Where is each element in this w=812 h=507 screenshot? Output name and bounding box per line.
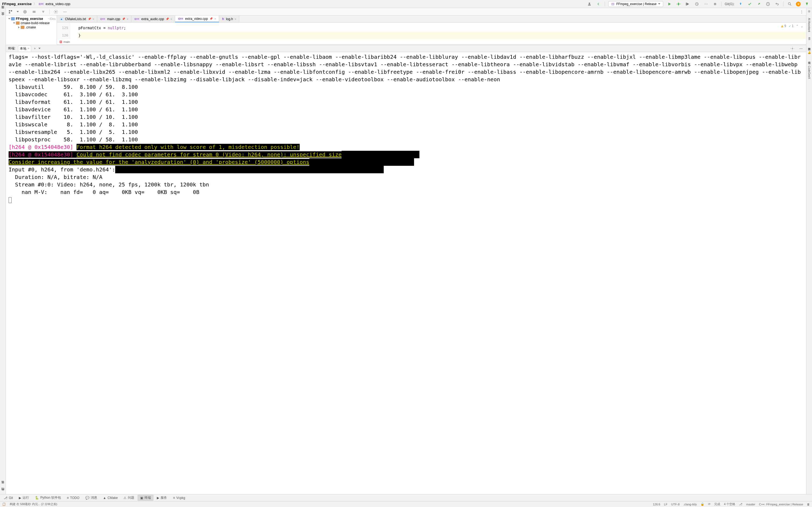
- status-sync-icon[interactable]: ⟳: [708, 502, 711, 506]
- bell-icon[interactable]: 🔔: [808, 51, 811, 54]
- bottom-tab-Python 软件包[interactable]: 🐍Python 软件包: [32, 495, 64, 501]
- editor-tab[interactable]: hlog.h×: [219, 15, 240, 22]
- project-view-icon[interactable]: [7, 9, 13, 15]
- chevron-up-icon[interactable]: ⌃: [797, 24, 798, 28]
- ok-badge[interactable]: 1: [789, 24, 794, 28]
- chevron-down-icon[interactable]: [38, 48, 41, 49]
- run-button[interactable]: [666, 1, 672, 7]
- run-config-dropdown[interactable]: ⬚ FFmpeg_exercise | Release: [608, 1, 663, 7]
- status-line-sep[interactable]: LF: [664, 503, 667, 506]
- tree-item[interactable]: cmake-build-release: [6, 21, 57, 25]
- warning-badge[interactable]: 9: [781, 24, 786, 28]
- status-trash-icon[interactable]: 🗑: [807, 503, 810, 506]
- right-tab-ai[interactable]: AI Assistant: [808, 17, 811, 33]
- left-tab-structure[interactable]: 结构: [1, 492, 5, 494]
- terminal-output[interactable]: flags= --host-ldflags='-Wl,-ld_classic' …: [6, 52, 806, 494]
- pin-icon[interactable]: 📌: [166, 17, 169, 20]
- git-update-icon[interactable]: [738, 1, 744, 7]
- terminal-tab[interactable]: 本地 ×: [18, 46, 31, 52]
- add-terminal-icon[interactable]: +: [34, 47, 36, 50]
- right-tab-notifications[interactable]: 通知: [807, 58, 811, 60]
- bottom-tab-终端[interactable]: ▣终端: [138, 495, 154, 501]
- code-area[interactable]: 125 126 pFormatCtx = nullptr; } 9 1 ⌃ ⌄: [57, 22, 806, 39]
- close-icon[interactable]: ×: [127, 17, 129, 21]
- target-icon[interactable]: [22, 9, 28, 15]
- bottom-tab-服务[interactable]: ▶服务: [154, 495, 170, 501]
- status-position[interactable]: 126:6: [653, 503, 660, 506]
- code-breadcrumb[interactable]: f main: [57, 39, 806, 45]
- crumb-label[interactable]: main: [64, 40, 70, 44]
- status-clipboard-icon[interactable]: 📋: [2, 502, 6, 506]
- status-indent[interactable]: 4 个空格: [724, 502, 735, 506]
- pin-icon[interactable]: 📌: [88, 17, 91, 20]
- jetbrains-ai-icon[interactable]: [804, 1, 810, 7]
- debug-button[interactable]: [675, 1, 681, 7]
- git-push-icon[interactable]: [756, 1, 762, 7]
- inspection-widget[interactable]: 9 1 ⌃ ⌄: [781, 24, 803, 28]
- close-icon[interactable]: ×: [235, 17, 236, 21]
- code-lines[interactable]: pFormatCtx = nullptr; }: [70, 22, 806, 39]
- close-icon[interactable]: ×: [93, 17, 94, 21]
- lock-icon[interactable]: 🔒: [701, 502, 704, 506]
- left-tab-project[interactable]: 项目: [1, 10, 5, 12]
- gear-icon[interactable]: [790, 46, 795, 52]
- bottom-tab-消息[interactable]: 💬消息: [83, 495, 100, 501]
- bottom-tab-Git[interactable]: ⎇Git: [1, 495, 15, 501]
- back-arrow-icon[interactable]: [596, 1, 602, 7]
- editor-tab[interactable]: C++extra_audic.cpp📌×: [131, 15, 175, 22]
- status-encoding[interactable]: UTF-8: [671, 503, 679, 506]
- database-icon[interactable]: 🗄: [808, 37, 811, 40]
- chevron-down-icon[interactable]: [13, 22, 15, 24]
- tree-root[interactable]: FFmpeg_exercise ~/Des: [6, 17, 57, 21]
- project-tree[interactable]: FFmpeg_exercise ~/Des cmake-build-releas…: [6, 15, 57, 45]
- editor-more-icon[interactable]: ⋮: [799, 9, 805, 15]
- git-commit-icon[interactable]: [747, 1, 753, 7]
- code-line[interactable]: }: [79, 32, 806, 39]
- bottom-tab-运行[interactable]: ▶运行: [16, 495, 32, 501]
- expand-icon[interactable]: [31, 9, 37, 15]
- hide-icon[interactable]: —: [62, 9, 68, 15]
- breadcrumb-project[interactable]: FFmpeg_exercise: [2, 2, 32, 6]
- status-run-config[interactable]: C++: FFmpeg_exercise | Release: [759, 503, 803, 506]
- coverage-run-icon[interactable]: [685, 1, 691, 7]
- ide-settings-icon[interactable]: ⚙: [796, 2, 801, 6]
- profile-run-icon[interactable]: [694, 1, 700, 7]
- chevron-down-icon[interactable]: [17, 11, 19, 12]
- close-icon[interactable]: ×: [28, 47, 29, 50]
- close-icon[interactable]: ×: [170, 17, 172, 21]
- hide-icon[interactable]: —: [798, 46, 804, 52]
- right-tab-database[interactable]: 数据库: [807, 45, 811, 47]
- editor-tab[interactable]: C++extra_video.cpp📌×: [175, 15, 219, 22]
- bottom-tab-CMake[interactable]: ▲CMake: [100, 495, 120, 501]
- bottom-tab-问题[interactable]: ⚠问题: [121, 495, 137, 501]
- editor-tab[interactable]: C++main.cpp📌×: [97, 15, 131, 22]
- left-tab-bookmarks[interactable]: 书签: [1, 485, 5, 487]
- collapse-icon[interactable]: [40, 9, 46, 15]
- git-history-icon[interactable]: [765, 1, 771, 7]
- pin-icon[interactable]: 📌: [209, 17, 213, 20]
- search-icon[interactable]: [787, 1, 793, 7]
- gear-icon[interactable]: [53, 9, 59, 15]
- close-icon[interactable]: ×: [214, 17, 216, 20]
- more-run-icon[interactable]: ⋯: [703, 1, 709, 7]
- breadcrumb[interactable]: FFmpeg_exercise 〉 C++ extra_video.cpp: [2, 2, 70, 6]
- right-tab-codegeex[interactable]: CodeGeeX: [808, 65, 811, 80]
- tree-item[interactable]: .cmake: [6, 25, 57, 30]
- status-done[interactable]: 完成: [714, 502, 720, 506]
- status-clang-tidy[interactable]: .clang-tidy: [683, 503, 697, 506]
- ai-assistant-icon[interactable]: ◎: [808, 10, 810, 13]
- bottom-tab-TODO[interactable]: ≡TODO: [64, 495, 82, 501]
- stop-button[interactable]: [712, 1, 718, 7]
- status-branch[interactable]: master: [746, 503, 755, 506]
- breadcrumb-file[interactable]: extra_video.cpp: [46, 2, 70, 6]
- chevron-down-icon[interactable]: [8, 18, 10, 19]
- chevron-right-icon[interactable]: [18, 26, 19, 29]
- chevron-down-icon[interactable]: ⌄: [801, 24, 803, 28]
- right-tab-coverage[interactable]: 覆盖率: [807, 492, 811, 494]
- left-tab-commit[interactable]: 提交: [1, 17, 5, 19]
- code-line[interactable]: pFormatCtx = nullptr;: [79, 24, 806, 32]
- git-rollback-icon[interactable]: [774, 1, 780, 7]
- bottom-tab-Vcpkg[interactable]: ≡Vcpkg: [170, 495, 188, 501]
- pin-icon[interactable]: 📌: [122, 17, 125, 20]
- editor-tab[interactable]: ▲CMakeLists.txt📌×: [57, 15, 97, 22]
